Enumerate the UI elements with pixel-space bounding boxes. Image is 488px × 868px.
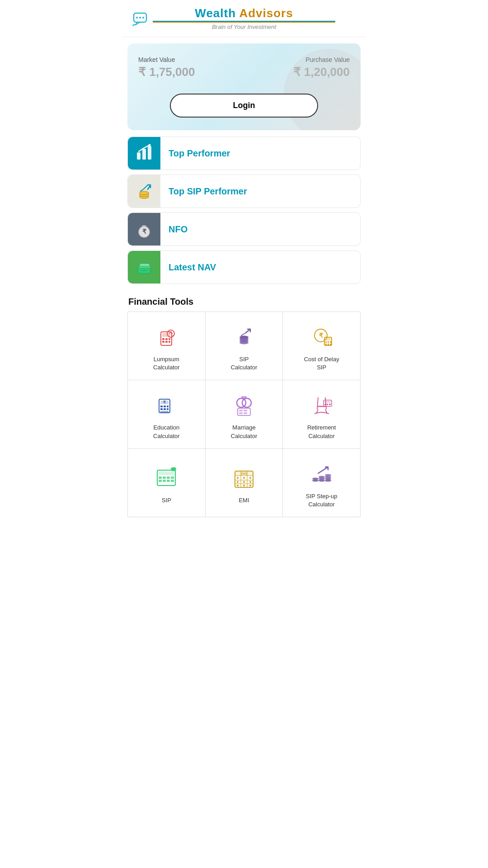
svg-rect-78 [167, 480, 170, 482]
tool-education-calculator[interactable]: ₹ EducationCalculator [128, 380, 206, 448]
emi-label: EMI [239, 496, 249, 505]
lumpsum-calculator-icon [152, 322, 181, 351]
app-header: Wealth Advisors Brain of Your Investment [122, 0, 366, 37]
svg-point-1 [136, 17, 138, 19]
tool-sip-calculator[interactable]: SIPCalculator [206, 312, 283, 380]
svg-point-31 [239, 336, 249, 339]
tool-sip[interactable]: SIP [128, 449, 206, 517]
top-sip-icon [128, 175, 160, 208]
svg-rect-41 [330, 344, 331, 345]
svg-rect-24 [169, 341, 170, 343]
cost-of-delay-sip-icon: ₹ [307, 322, 336, 351]
svg-rect-76 [159, 480, 162, 482]
svg-rect-19 [162, 338, 164, 340]
tool-emi[interactable]: 000 EMI [206, 449, 283, 517]
svg-rect-74 [167, 476, 170, 479]
marriage-calculator-icon [230, 390, 258, 419]
sip-calculator-label: SIPCalculator [231, 355, 258, 372]
svg-rect-39 [325, 344, 327, 345]
svg-line-61 [325, 397, 326, 409]
menu-item-nfo[interactable]: ₹ NFO [127, 212, 361, 246]
retirement-calculator-icon [307, 390, 336, 419]
hero-banner: Market Value ₹ 1,75,000 Purchase Value ₹… [127, 43, 361, 130]
svg-rect-5 [142, 149, 146, 160]
lumpsum-calculator-label: LumpsumCalculator [153, 355, 180, 372]
svg-rect-66 [324, 401, 331, 403]
nfo-icon: ₹ [128, 213, 160, 245]
brand-wealth: Wealth [195, 6, 236, 20]
emi-icon: 000 [230, 463, 258, 492]
tool-marriage-calculator[interactable]: MarriageCalculator [206, 380, 283, 448]
menu-item-nfo-label: NFO [160, 224, 188, 235]
purchase-value-label: Purchase Value [293, 56, 350, 63]
menu-item-latest-nav-label: Latest NAV [160, 262, 216, 273]
market-value-label: Market Value [138, 56, 195, 63]
svg-rect-36 [325, 341, 327, 343]
svg-point-7 [149, 144, 151, 146]
education-calculator-label: EducationCalculator [153, 424, 180, 440]
tool-sip-stepup-calculator[interactable]: SIP Step-upCalculator [283, 449, 361, 517]
financial-tools-title: Financial Tools [122, 288, 366, 311]
svg-rect-72 [159, 476, 162, 479]
chat-icon[interactable] [129, 7, 153, 30]
svg-text:₹: ₹ [319, 332, 323, 339]
svg-rect-6 [148, 146, 151, 160]
svg-rect-45 [160, 406, 163, 407]
svg-rect-77 [163, 480, 166, 482]
svg-point-3 [142, 17, 144, 19]
svg-point-97 [243, 485, 245, 486]
svg-rect-37 [328, 341, 329, 343]
svg-rect-67 [324, 404, 326, 405]
svg-rect-4 [137, 152, 141, 160]
svg-rect-75 [171, 476, 174, 479]
svg-rect-23 [165, 341, 168, 343]
svg-rect-79 [171, 480, 174, 482]
svg-line-60 [317, 397, 318, 409]
svg-rect-49 [164, 408, 166, 410]
sip-calculator-icon [230, 322, 258, 351]
svg-rect-21 [169, 338, 170, 340]
svg-rect-51 [160, 411, 169, 413]
sip-stepup-calculator-label: SIP Step-upCalculator [306, 492, 338, 509]
education-calculator-icon: ₹ [152, 390, 181, 419]
marriage-calculator-label: MarriageCalculator [231, 424, 258, 440]
svg-rect-48 [160, 408, 163, 410]
svg-point-26 [171, 332, 172, 333]
svg-rect-71 [159, 472, 174, 475]
svg-point-93 [237, 481, 239, 483]
svg-rect-20 [165, 338, 168, 340]
cost-of-delay-sip-label: Cost of DelaySIP [304, 355, 339, 372]
svg-point-96 [237, 485, 239, 486]
svg-rect-40 [328, 344, 329, 345]
svg-point-91 [243, 477, 245, 479]
svg-point-82 [171, 467, 176, 469]
purchase-value-amount: ₹ 1,20,000 [293, 65, 350, 79]
svg-rect-38 [330, 341, 331, 343]
svg-rect-54 [238, 408, 250, 415]
tool-cost-of-delay-sip[interactable]: ₹ Cost of DelaySIP [283, 312, 361, 380]
svg-point-10 [140, 191, 149, 195]
menu-item-top-performer[interactable]: Top Performer [127, 137, 361, 170]
svg-rect-73 [163, 476, 166, 479]
menu-item-top-sip-performer[interactable]: Top SIP Performer [127, 175, 361, 208]
latest-nav-icon [128, 251, 160, 283]
svg-rect-56 [244, 410, 247, 411]
svg-text:₹: ₹ [142, 228, 146, 235]
svg-text:₹: ₹ [163, 400, 166, 405]
brand-logo: Wealth Advisors Brain of Your Investment [153, 6, 335, 30]
svg-point-92 [249, 477, 251, 479]
svg-point-2 [139, 17, 141, 19]
menu-item-latest-nav[interactable]: Latest NAV [127, 250, 361, 284]
retirement-calculator-label: RetirementCalculator [307, 424, 336, 440]
tool-retirement-calculator[interactable]: RetirementCalculator [283, 380, 361, 448]
svg-text:000: 000 [241, 472, 247, 476]
svg-rect-46 [164, 406, 166, 407]
tool-lumpsum-calculator[interactable]: LumpsumCalculator [128, 312, 206, 380]
sip-label: SIP [162, 496, 171, 505]
svg-rect-58 [244, 412, 247, 414]
login-button[interactable]: Login [170, 94, 318, 118]
brand-advisors: Advisors [239, 6, 293, 20]
financial-tools-grid: LumpsumCalculator SIPCalculator ₹ [127, 311, 361, 517]
svg-rect-57 [239, 412, 243, 414]
menu-list: Top Performer Top SIP Performer ₹ [127, 137, 361, 284]
